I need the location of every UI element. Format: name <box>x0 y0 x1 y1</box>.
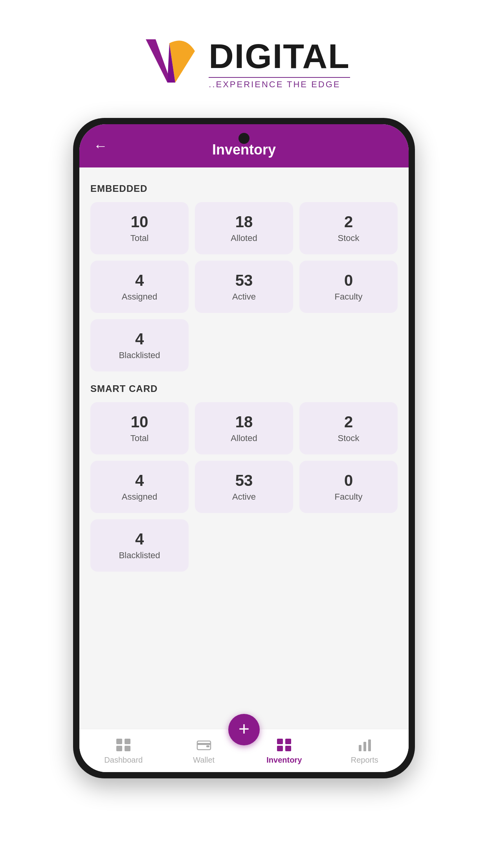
smart-total-value: 10 <box>131 413 149 431</box>
embedded-row-1: 10 Total 18 Alloted 2 Stock <box>90 202 398 254</box>
smart-total-card: 10 Total <box>90 402 189 454</box>
smart-card-section: SMART CARD 10 Total 18 Alloted 2 Stock <box>90 383 398 572</box>
page-title: Inventory <box>212 142 276 158</box>
svg-rect-5 <box>197 743 211 745</box>
embedded-alloted-label: Alloted <box>231 233 257 243</box>
svg-rect-3 <box>125 746 130 751</box>
embedded-row-2: 4 Assigned 53 Active 0 Faculty <box>90 261 398 313</box>
embedded-assigned-value: 4 <box>135 272 144 289</box>
embedded-active-label: Active <box>232 292 256 302</box>
svg-rect-2 <box>116 746 122 751</box>
embedded-faculty-value: 0 <box>344 272 353 289</box>
back-button[interactable]: ← <box>94 138 108 154</box>
nav-item-inventory[interactable]: Inventory <box>244 737 325 765</box>
embedded-blacklisted-card: 4 Blacklisted <box>90 319 189 371</box>
embedded-assigned-card: 4 Assigned <box>90 261 189 313</box>
svg-rect-9 <box>277 746 283 751</box>
smart-assigned-value: 4 <box>135 472 144 489</box>
nav-item-wallet[interactable]: Wallet <box>164 737 244 765</box>
reports-icon <box>354 737 375 753</box>
svg-rect-8 <box>285 739 291 744</box>
embedded-faculty-label: Faculty <box>335 292 363 302</box>
smart-blacklisted-label: Blacklisted <box>119 550 160 561</box>
embedded-active-card: 53 Active <box>195 261 293 313</box>
embedded-blacklisted-value: 4 <box>135 330 144 348</box>
nav-item-dashboard[interactable]: Dashboard <box>83 737 164 765</box>
smart-active-value: 53 <box>235 472 253 489</box>
embedded-label: EMBEDDED <box>90 183 398 194</box>
smart-alloted-value: 18 <box>235 413 253 431</box>
nav-dashboard-label: Dashboard <box>104 756 143 765</box>
logo-brand: DIGITAL <box>209 36 350 76</box>
smart-stock-card: 2 Stock <box>299 402 398 454</box>
smart-stock-value: 2 <box>344 413 353 431</box>
embedded-row-3: 4 Blacklisted <box>90 319 398 371</box>
embedded-alloted-card: 18 Alloted <box>195 202 293 254</box>
phone-frame: ← Inventory EMBEDDED 10 Total 18 Alloted <box>73 118 415 778</box>
fab-button[interactable]: + <box>228 714 260 745</box>
embedded-faculty-card: 0 Faculty <box>299 261 398 313</box>
smart-alloted-label: Alloted <box>231 433 257 443</box>
phone-inner: ← Inventory EMBEDDED 10 Total 18 Alloted <box>79 124 409 772</box>
smart-blacklisted-value: 4 <box>135 530 144 548</box>
smart-stock-label: Stock <box>338 433 359 443</box>
smart-faculty-card: 0 Faculty <box>299 461 398 513</box>
embedded-assigned-label: Assigned <box>122 292 158 302</box>
smart-card-row-1: 10 Total 18 Alloted 2 Stock <box>90 402 398 454</box>
app-header: ← Inventory <box>79 124 409 167</box>
embedded-total-value: 10 <box>131 213 149 231</box>
phone-camera <box>238 133 250 144</box>
logo-area: DIGITAL ..EXPERIENCE THE EDGE <box>138 31 350 94</box>
embedded-total-card: 10 Total <box>90 202 189 254</box>
smart-card-label: SMART CARD <box>90 383 398 394</box>
smart-card-row-2: 4 Assigned 53 Active 0 Faculty <box>90 461 398 513</box>
smart-alloted-card: 18 Alloted <box>195 402 293 454</box>
embedded-total-label: Total <box>130 233 149 243</box>
embedded-stock-card: 2 Stock <box>299 202 398 254</box>
smart-assigned-label: Assigned <box>122 492 158 502</box>
nav-wallet-label: Wallet <box>193 756 215 765</box>
smart-faculty-label: Faculty <box>335 492 363 502</box>
svg-rect-13 <box>368 739 371 751</box>
svg-rect-12 <box>363 742 366 751</box>
fab-plus-icon: + <box>238 719 250 738</box>
embedded-blacklisted-label: Blacklisted <box>119 350 160 360</box>
smart-active-card: 53 Active <box>195 461 293 513</box>
svg-rect-6 <box>206 745 209 747</box>
smart-active-label: Active <box>232 492 256 502</box>
embedded-stock-value: 2 <box>344 213 353 231</box>
nav-inventory-label: Inventory <box>266 756 302 765</box>
logo-text-area: DIGITAL ..EXPERIENCE THE EDGE <box>209 36 350 90</box>
app-content: EMBEDDED 10 Total 18 Alloted 2 Stock <box>79 167 409 772</box>
svg-rect-7 <box>277 739 283 744</box>
nav-reports-label: Reports <box>351 756 378 765</box>
smart-card-row-3: 4 Blacklisted <box>90 519 398 572</box>
logo-tagline: ..EXPERIENCE THE EDGE <box>209 77 350 90</box>
svg-rect-0 <box>116 739 122 744</box>
svg-rect-11 <box>359 745 361 751</box>
embedded-active-value: 53 <box>235 272 253 289</box>
smart-blacklisted-card: 4 Blacklisted <box>90 519 189 572</box>
dashboard-icon <box>113 737 134 753</box>
smart-faculty-value: 0 <box>344 472 353 489</box>
wallet-icon <box>194 737 214 753</box>
svg-rect-1 <box>125 739 130 744</box>
smart-total-label: Total <box>130 433 149 443</box>
svg-rect-10 <box>285 746 291 751</box>
nav-item-reports[interactable]: Reports <box>325 737 405 765</box>
embedded-stock-label: Stock <box>338 233 359 243</box>
v-logo-icon <box>138 31 201 94</box>
inventory-icon <box>274 737 294 753</box>
embedded-alloted-value: 18 <box>235 213 253 231</box>
embedded-section: EMBEDDED 10 Total 18 Alloted 2 Stock <box>90 183 398 371</box>
smart-assigned-card: 4 Assigned <box>90 461 189 513</box>
